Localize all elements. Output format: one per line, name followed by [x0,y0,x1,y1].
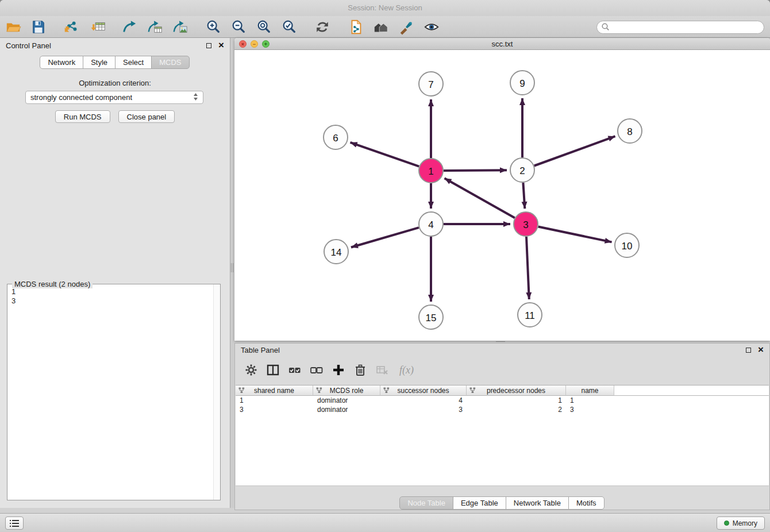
export-image-icon[interactable] [171,18,188,36]
network-from-file-icon[interactable] [347,18,364,36]
network-view-window: × − + scc.txt 7968124314101511 [234,38,770,341]
table-cell[interactable]: 3 [380,406,467,414]
zoom-window-icon[interactable]: + [262,40,270,48]
add-column-icon[interactable] [332,363,345,377]
table-cell[interactable]: 4 [380,396,467,404]
tab-network[interactable]: Network [40,56,83,69]
settings-gear-icon[interactable] [244,363,258,377]
close-table-panel-icon[interactable]: × [758,346,764,354]
zoom-out-icon[interactable] [230,18,247,36]
control-panel: Control Panel × Network Style Select MCD… [0,38,230,508]
tab-mcds[interactable]: MCDS [151,56,189,69]
column-header-MCDS-role[interactable]: MCDS role [313,385,380,396]
tab-node-table[interactable]: Node Table [399,496,453,510]
column-selector-icon[interactable] [266,363,280,377]
table-cell[interactable]: 1 [236,396,313,404]
network-canvas[interactable]: 7968124314101511 [234,50,770,341]
graph-node-label: 6 [333,133,338,144]
node-table-header: shared nameMCDS rolesuccessor nodesprede… [236,385,769,396]
apply-layout-icon[interactable] [314,18,331,36]
window-titlebar[interactable]: Session: New Session [0,0,770,16]
float-table-panel-icon[interactable] [746,348,751,353]
apply-style-icon[interactable] [398,18,415,36]
save-session-icon[interactable] [30,18,47,36]
graph-edge-1-6[interactable] [351,142,419,167]
table-cell[interactable]: 3 [566,406,614,414]
import-table-icon[interactable] [90,18,107,36]
table-panel-title: Table Panel [241,346,746,354]
select-all-icon[interactable] [288,363,302,377]
zoom-in-icon[interactable] [205,18,222,36]
graph-node-label: 8 [627,126,632,137]
table-cell[interactable]: dominator [313,396,380,404]
delete-table-icon[interactable] [375,363,389,377]
graph-node-label: 11 [525,310,535,321]
open-session-icon[interactable] [5,18,22,36]
graph-edge-3-11[interactable] [526,237,529,299]
minimize-window-icon[interactable]: − [251,40,258,48]
table-cell[interactable]: 1 [566,396,614,404]
table-cell[interactable]: 1 [467,396,566,404]
delete-column-icon[interactable] [353,363,367,377]
network-window-title: scc.txt [492,40,513,48]
graph-edge-2-3[interactable] [523,183,525,209]
window-title: Session: New Session [348,3,422,12]
graph-node-label: 1 [428,166,433,177]
export-network-icon[interactable] [121,18,138,36]
close-panel-icon[interactable]: × [218,41,224,49]
float-panel-icon[interactable] [206,43,211,48]
column-header-name[interactable]: name [566,385,614,396]
function-builder-icon[interactable]: f(x) [399,364,414,376]
result-scrollbar[interactable] [213,284,220,500]
graph-edge-4-14[interactable] [351,228,419,247]
table-row[interactable]: 3dominator323 [236,405,769,414]
network-graph: 7968124314101511 [234,50,770,341]
tab-network-table[interactable]: Network Table [506,496,569,510]
table-toolbar: f(x) [235,357,769,383]
import-network-icon[interactable] [62,18,79,36]
tab-motifs[interactable]: Motifs [568,496,605,510]
table-row[interactable]: 1dominator411 [236,396,769,405]
mcds-result-box: MCDS result (2 nodes) 1 3 [7,284,221,500]
network-window-titlebar[interactable]: × − + scc.txt [234,38,770,50]
column-header-shared-name[interactable]: shared name [236,385,313,396]
column-header-predecessor-nodes[interactable]: predecessor nodes [467,385,566,396]
memory-status-icon [724,521,729,526]
search-input[interactable] [610,24,764,32]
close-panel-button[interactable]: Close panel [118,110,175,123]
tab-edge-table[interactable]: Edge Table [453,496,506,510]
deselect-all-icon[interactable] [310,363,324,377]
main-toolbar [0,16,770,38]
graph-edge-1-2[interactable] [444,170,507,171]
table-cell[interactable]: 2 [467,406,566,414]
export-table-icon[interactable] [146,18,163,36]
dropdown-stepper-icon [193,92,198,103]
show-hide-icon[interactable] [423,18,440,36]
column-header-successor-nodes[interactable]: successor nodes [380,385,467,396]
table-cell[interactable]: dominator [313,406,380,414]
run-mcds-button[interactable]: Run MCDS [55,110,110,123]
tab-select[interactable]: Select [115,56,152,69]
criterion-dropdown-value: strongly connected component [30,93,132,102]
first-neighbors-icon[interactable] [372,18,390,36]
table-panel-tabs: Node Table Edge Table Network Table Moti… [235,496,769,510]
criterion-dropdown[interactable]: strongly connected component [25,91,203,104]
panel-menu-button[interactable] [5,516,24,530]
search-field[interactable] [596,21,764,34]
memory-button[interactable]: Memory [717,516,765,530]
zoom-selected-icon[interactable] [280,18,298,36]
graph-edge-2-8[interactable] [534,136,615,165]
graph-node-label: 15 [426,313,437,323]
graph-node-label: 3 [523,219,528,230]
application-window: Session: New Session [0,0,770,532]
column-header-filler [614,385,769,396]
close-window-icon[interactable]: × [239,40,247,48]
zoom-fit-icon[interactable] [255,18,272,36]
graph-edge-3-10[interactable] [538,227,612,242]
table-cell[interactable]: 3 [236,406,313,414]
vertical-split-divider[interactable] [230,38,234,508]
tab-style[interactable]: Style [83,56,116,69]
optimization-criterion-label: Optimization criterion: [0,79,230,87]
graph-edge-3-1[interactable] [445,178,515,218]
graph-node-label: 7 [428,79,433,90]
